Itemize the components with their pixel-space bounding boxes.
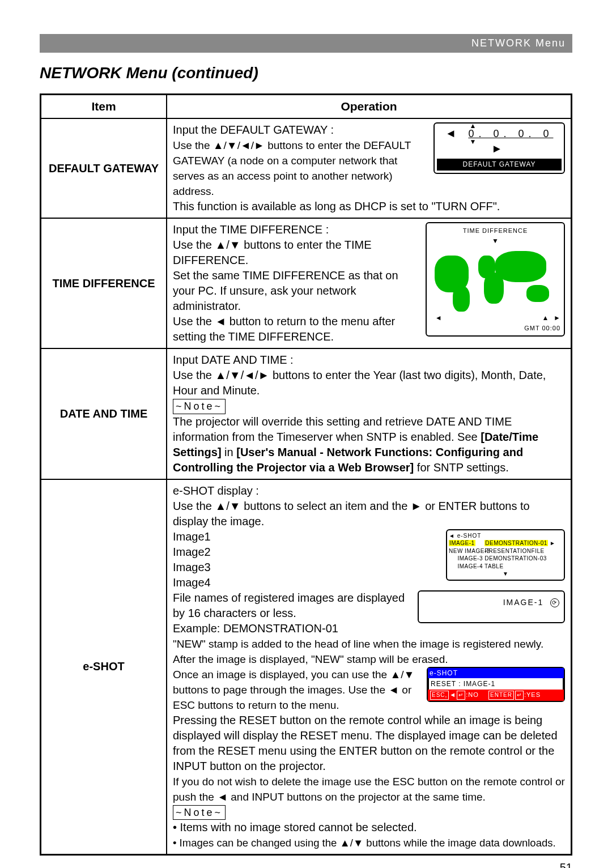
down-icon — [353, 837, 363, 849]
up-icon — [213, 139, 224, 151]
down-icon — [404, 669, 415, 680]
text: Use the — [173, 239, 215, 251]
up-icon — [390, 669, 401, 680]
right-icon — [411, 500, 422, 512]
down-icon — [230, 369, 241, 381]
no-label: :NO — [466, 691, 479, 698]
text: Use the — [173, 500, 215, 512]
text: "NEW" stamp is added to the head of line… — [173, 638, 543, 665]
text: Use the — [173, 369, 215, 381]
text: Input DATE AND TIME : — [173, 354, 294, 366]
page-number: 51 — [40, 861, 572, 868]
text: in — [222, 446, 237, 458]
op-default-gateway: ◄ ▲0. 0. 0. 0▼ ► DEFAULT GATEWAY Input t… — [167, 118, 572, 218]
list-item: NEW IMAGE-2 — [449, 547, 483, 555]
text: and INPUT buttons on the projector at th… — [228, 791, 486, 803]
item-eshot: e-SHOT — [41, 479, 167, 855]
left-icon — [388, 684, 399, 696]
text: The projector will override this setting… — [173, 415, 512, 443]
reset-bar: e-SHOT — [428, 668, 564, 678]
bullet-text: • Images can be changed using the — [173, 837, 339, 849]
op-date-and-time: Input DATE AND TIME : Use the /// button… — [167, 348, 572, 479]
eshot-list-header: e-SHOT — [457, 533, 482, 539]
col-item-header: Item — [41, 95, 167, 119]
text: Use the — [173, 139, 213, 151]
text: Once an image is displayed, you can use … — [173, 669, 390, 680]
gateway-ill-label: DEFAULT GATEWAY — [437, 159, 562, 170]
text: This function is available as long as DH… — [173, 200, 500, 212]
text: Pressing the RESET button on the remote … — [173, 714, 558, 772]
op-time-difference: TIME DIFFERENCE ▼ ◄ ▲ ► GMT 00:00 Input … — [167, 218, 572, 348]
list-item: IMAGE-3 — [449, 555, 483, 563]
text: Input the DEFAULT GATEWAY : — [173, 124, 334, 136]
text: for SNTP settings. — [414, 461, 508, 474]
image1-label: IMAGE-1 — [503, 598, 544, 607]
text: Example: DEMONSTRATION-01 — [173, 622, 338, 635]
image-list-item: Image4 — [173, 576, 211, 589]
text: buttons to select an item and the — [241, 500, 411, 512]
item-date-and-time: DATE AND TIME — [41, 348, 167, 479]
text: Input the TIME DIFFERENCE : — [173, 223, 329, 236]
up-icon — [215, 239, 226, 251]
left-icon — [244, 369, 255, 381]
bullet-text: • Items with no image stored cannot be s… — [173, 821, 417, 833]
list-item: TABLE — [484, 563, 503, 569]
illustration-reset: e-SHOT RESET : IMAGE-1 ESC,◄↵:NO ENTER↵:… — [427, 667, 565, 702]
note-label: ~Note~ — [173, 805, 226, 820]
image-list-item: Image2 — [173, 546, 211, 558]
text: Set the same TIME DIFFERENCE as that on … — [173, 269, 398, 312]
illustration-gateway: ◄ ▲0. 0. 0. 0▼ ► DEFAULT GATEWAY — [434, 122, 565, 173]
col-operation-header: Operation — [167, 95, 572, 119]
list-item: IMAGE-1 — [449, 540, 475, 546]
text: File names of registered images are disp… — [173, 592, 405, 619]
list-item: DEMONSTRATION-01 — [484, 540, 548, 546]
up-icon — [215, 369, 226, 381]
menu-table: Item Operation DEFAULT GATEWAY ◄ ▲0. 0. … — [40, 93, 572, 856]
list-item: IMAGE-4 — [449, 563, 483, 571]
image-list-item: Image1 — [173, 530, 211, 543]
left-icon — [240, 139, 251, 151]
world-ill-title: TIME DIFFERENCE — [430, 227, 560, 235]
down-icon — [230, 500, 241, 512]
text: buttons to enter the Year (last two digi… — [173, 369, 546, 397]
list-item: DEMONSTRATION-03 — [484, 555, 547, 561]
enter-label: ENTER — [488, 691, 514, 700]
up-icon — [339, 837, 350, 849]
up-icon — [215, 500, 226, 512]
illustration-image1: IMAGE-1 ⟳ — [418, 590, 565, 623]
text: buttons to page through the images. Use … — [173, 684, 388, 696]
yes-label: :YES — [524, 691, 541, 698]
text: e-SHOT display : — [173, 484, 259, 497]
illustration-eshot-list: ◄ e-SHOT IMAGE-1 DEMONSTRATION-01 ► NEW … — [446, 529, 565, 581]
gateway-ip-value: 0. 0. 0. 0 — [468, 128, 553, 139]
item-default-gateway: DEFAULT GATEWAY — [41, 118, 167, 218]
gmt-value: GMT 00:00 — [430, 324, 560, 333]
item-time-difference: TIME DIFFERENCE — [41, 218, 167, 348]
world-map-icon — [430, 245, 555, 313]
down-icon — [230, 239, 241, 251]
note-label: ~Note~ — [173, 399, 226, 414]
list-item: PRESENTATIONFILE — [484, 548, 544, 554]
left-icon — [215, 315, 226, 327]
page-title: NETWORK Menu (continued) — [40, 64, 572, 82]
esc-label: ESC, — [430, 691, 449, 700]
bullet-text: buttons while the image data downloads. — [363, 837, 555, 849]
illustration-world: TIME DIFFERENCE ▼ ◄ ▲ ► GMT 00:00 — [426, 222, 565, 337]
right-icon — [254, 139, 265, 151]
down-icon — [227, 139, 237, 151]
op-eshot: e-SHOT display : Use the / buttons to se… — [167, 479, 572, 855]
text: Use the — [173, 315, 215, 327]
right-icon — [258, 369, 270, 381]
image-list-item: Image3 — [173, 561, 211, 573]
header-breadcrumb: NETWORK Menu — [40, 34, 572, 53]
left-icon — [217, 791, 228, 803]
reset-line: RESET : IMAGE-1 — [428, 678, 564, 690]
